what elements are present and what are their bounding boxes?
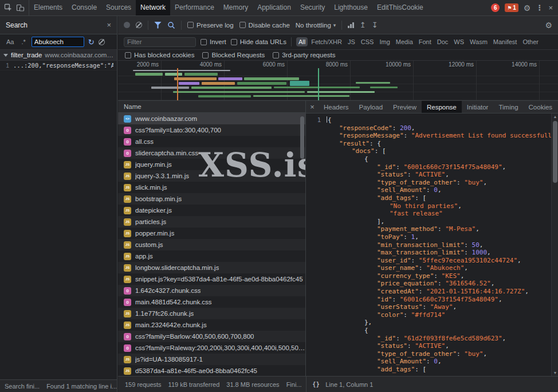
type-filter-manifest[interactable]: Manifest <box>491 37 520 46</box>
request-row[interactable]: {}main.4881d542.chunk.css <box>118 296 305 308</box>
name-column-header[interactable]: Name <box>118 101 305 113</box>
request-list-scrollbar[interactable] <box>300 114 305 375</box>
type-filter-wasm[interactable]: Wasm <box>467 37 490 46</box>
type-filter-font[interactable]: Font <box>416 37 434 46</box>
hide-data-urls-checkbox[interactable]: Hide data URLs <box>231 38 286 45</box>
request-row[interactable]: JScustom.js <box>118 239 305 250</box>
tab-security[interactable]: Security <box>296 0 329 15</box>
request-row[interactable]: JSlongbow.slidercaptcha.min.js <box>118 262 305 273</box>
request-row[interactable]: {}css?family=Barlow:400,500,600,700,800 <box>118 331 305 342</box>
format-braces-icon[interactable]: {} <box>312 381 320 388</box>
device-toolbar-icon[interactable] <box>16 3 25 12</box>
code-line: "add_tags": [ <box>306 366 551 374</box>
tab-editthiscookie[interactable]: EditThisCookie <box>372 0 428 15</box>
regex-toggle[interactable]: .* <box>19 38 27 46</box>
scrollbar-thumb[interactable] <box>300 116 304 159</box>
type-filter-fetch-xhr[interactable]: Fetch/XHR <box>309 37 344 46</box>
more-options-icon[interactable]: ⋮ <box>536 3 543 12</box>
close-search-icon[interactable]: × <box>107 21 111 29</box>
response-tab-preview[interactable]: Preview <box>388 101 422 113</box>
disable-cache-checkbox[interactable]: Disable cache <box>239 22 290 29</box>
tab-memory[interactable]: Memory <box>219 0 253 15</box>
scrollbar-thumb[interactable] <box>553 121 557 183</box>
clear-search-icon[interactable] <box>99 39 105 45</box>
tab-console[interactable]: Console <box>67 0 101 15</box>
scroll-down-icon[interactable]: ▼ <box>552 371 558 375</box>
request-row[interactable]: JSmain.2324642e.chunk.js <box>118 319 305 331</box>
request-row[interactable]: {}css?family=Raleway:200,200i,300,300i,4… <box>118 342 305 354</box>
expand-arrow-icon[interactable] <box>3 54 8 57</box>
request-row[interactable]: JSpopper.min.js <box>118 228 305 239</box>
type-filter-img[interactable]: Img <box>377 37 392 46</box>
preserve-log-checkbox[interactable]: Preserve log <box>187 22 234 29</box>
request-row[interactable]: JS1.1e77fc26.chunk.js <box>118 308 305 319</box>
search-result-file[interactable]: filter_trade www.coinbaazar.com/a... <box>0 50 117 61</box>
tab-application[interactable]: Application <box>253 0 296 15</box>
request-row[interactable]: JSapp.js <box>118 250 305 262</box>
search-match-line[interactable]: 1 ...:200,"responseMessage":"Adverti... <box>0 61 117 70</box>
request-row[interactable]: JSd5387da4-a81e-46f5-ae0d-8bba0462fc45 <box>118 365 305 376</box>
search-progress-text: Search fini... <box>5 383 40 390</box>
refresh-search-icon[interactable]: ↻ <box>88 38 95 46</box>
request-row[interactable]: JSjquery.min.js <box>118 159 305 170</box>
match-case-toggle[interactable]: Aa <box>5 38 15 46</box>
throttling-select[interactable]: No throttling▾ <box>296 22 336 29</box>
response-tab-timing[interactable]: Timing <box>493 101 523 113</box>
tab-performance[interactable]: Performance <box>170 0 219 15</box>
advanced-filter-has-blocked-cookies[interactable]: Has blocked cookies <box>125 52 194 58</box>
request-row[interactable]: JSbootstrap.min.js <box>118 193 305 205</box>
checkbox-icon <box>231 39 237 45</box>
tab-network[interactable]: Network <box>136 0 170 15</box>
advanced-filter-blocked-requests[interactable]: Blocked Requests <box>202 52 265 58</box>
request-row[interactable]: JSjquery-3.3.1.min.js <box>118 170 305 182</box>
response-tab-cookies[interactable]: Cookies <box>524 101 558 113</box>
request-name: slidercaptcha.min.css <box>135 150 198 156</box>
record-button[interactable] <box>124 22 130 28</box>
type-filter-doc[interactable]: Doc <box>435 37 451 46</box>
tab-sources[interactable]: Sources <box>101 0 136 15</box>
filter-input[interactable] <box>124 37 196 47</box>
request-row[interactable]: JSparticles.js <box>118 216 305 228</box>
type-filter-other[interactable]: Other <box>520 37 541 46</box>
request-row[interactable]: {}css?family=Lato:300,400,700 <box>118 124 305 136</box>
invert-checkbox[interactable]: Invert <box>201 38 226 45</box>
filter-icon[interactable] <box>154 22 162 29</box>
response-tab-headers[interactable]: Headers <box>319 101 353 113</box>
search-input[interactable] <box>32 37 84 47</box>
error-count-badge[interactable]: 6 <box>491 3 500 12</box>
request-row[interactable]: JSjs?id=UA-138085917-1 <box>118 354 305 365</box>
request-row[interactable]: JSdatepicker.js <box>118 205 305 216</box>
response-tab-response[interactable]: Response <box>422 101 462 113</box>
response-tab-payload[interactable]: Payload <box>353 101 388 113</box>
inspect-element-icon[interactable] <box>4 3 13 12</box>
issues-count-badge[interactable]: ⚑1 <box>505 3 518 12</box>
type-filter-css[interactable]: CSS <box>359 37 376 46</box>
request-row[interactable]: JSsnippet.js?key=d5387da4-a81e-46f5-ae0d… <box>118 273 305 285</box>
tab-elements[interactable]: Elements <box>29 0 67 15</box>
response-scrollbar[interactable]: ▲ ▼ <box>551 113 558 376</box>
search-drawer: Search × Aa .* ↻ filter_trade www.coinba… <box>0 16 117 392</box>
request-row[interactable]: <>www.coinbaazar.com <box>118 113 305 124</box>
request-row[interactable]: JSslick.min.js <box>118 182 305 193</box>
export-har-icon[interactable]: ↧ <box>372 21 378 29</box>
request-row[interactable]: {}slidercaptcha.min.css <box>118 147 305 159</box>
type-filter-js[interactable]: JS <box>345 37 357 46</box>
import-har-icon[interactable]: ↥ <box>360 21 366 29</box>
type-filter-all[interactable]: All <box>296 37 308 46</box>
scroll-up-icon[interactable]: ▲ <box>552 115 558 119</box>
type-filter-ws[interactable]: WS <box>451 37 466 46</box>
response-tab-initiator[interactable]: Initiator <box>462 101 494 113</box>
close-devtools-icon[interactable]: × <box>548 3 553 12</box>
clear-requests-icon[interactable] <box>136 22 142 28</box>
network-search-icon[interactable] <box>167 21 175 29</box>
type-filter-media[interactable]: Media <box>394 37 415 46</box>
request-row[interactable]: {}all.css <box>118 136 305 147</box>
network-settings-gear-icon[interactable]: ⚙ <box>545 21 552 30</box>
settings-gear-icon[interactable]: ⚙ <box>524 3 531 13</box>
network-conditions-icon[interactable] <box>348 22 354 28</box>
request-row[interactable]: {}1.642c4327.chunk.css <box>118 285 305 296</box>
tab-lighthouse[interactable]: Lighthouse <box>329 0 372 15</box>
timeline-overview[interactable]: 2000 ms4000 ms6000 ms8000 ms10000 ms1200… <box>118 61 558 101</box>
close-request-icon[interactable]: × <box>306 101 319 113</box>
advanced-filter-3rd-party-requests[interactable]: 3rd-party requests <box>273 52 335 58</box>
